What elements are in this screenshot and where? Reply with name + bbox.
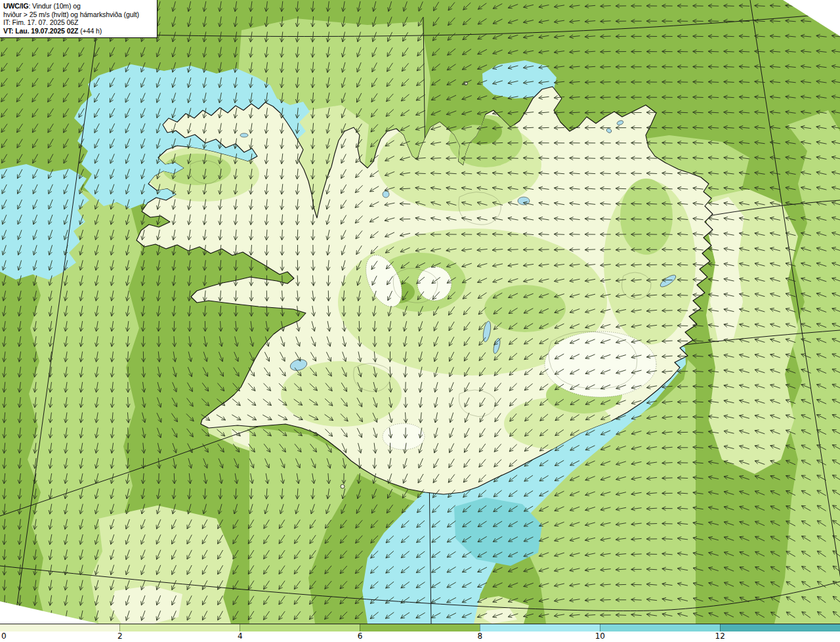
- lake: [240, 133, 248, 137]
- title-line-1: UWC/IG: Vindur (10m) og: [3, 2, 154, 11]
- colorbar-tick-2: 2: [117, 631, 123, 641]
- glacier-hofsjokull: [417, 267, 452, 301]
- colorbar-ticks: 024681012: [0, 631, 840, 642]
- glacier-myrdalsjokull: [383, 423, 425, 450]
- colorbar-band-0-2: [0, 624, 119, 631]
- glacier-vatnajokull: [545, 332, 656, 397]
- colorbar-tick-4: 4: [238, 631, 243, 641]
- colorbar-tick-10: 10: [595, 631, 605, 641]
- lake: [383, 191, 389, 198]
- colorbar-band-2-4: [119, 624, 240, 631]
- colorbar-tick-6: 6: [358, 631, 363, 641]
- colorbar: 024681012: [0, 624, 840, 642]
- product-id: UWC/IG: [3, 2, 28, 10]
- colorbar-bands: [0, 624, 840, 631]
- colorbar-band-10-12: [600, 624, 720, 631]
- colorbar-tick-8: 8: [478, 631, 483, 641]
- colorbar-band-12+: [720, 624, 840, 631]
- colorbar-tick-0: 0: [1, 631, 7, 641]
- colorbar-band-8-10: [480, 624, 600, 631]
- valid-time: VT: Lau. 19.07.2025 02Z (+44 h): [3, 27, 154, 35]
- colorbar-tick-12: 12: [715, 631, 725, 641]
- weather-chart: UWC/IG: Vindur (10m) og hviður > 25 m/s …: [0, 0, 840, 642]
- title-line-2: hviður > 25 m/s (hvítt) og hámarkshviða …: [3, 11, 154, 19]
- colorbar-band-6-8: [360, 624, 480, 631]
- title-box: UWC/IG: Vindur (10m) og hviður > 25 m/s …: [0, 0, 158, 38]
- island-vestmannaeyjar: [341, 484, 345, 488]
- map-canvas: [0, 0, 840, 624]
- init-time: IT: Fim. 17. 07. 2025 06Z: [3, 18, 154, 27]
- colorbar-band-4-6: [240, 624, 360, 631]
